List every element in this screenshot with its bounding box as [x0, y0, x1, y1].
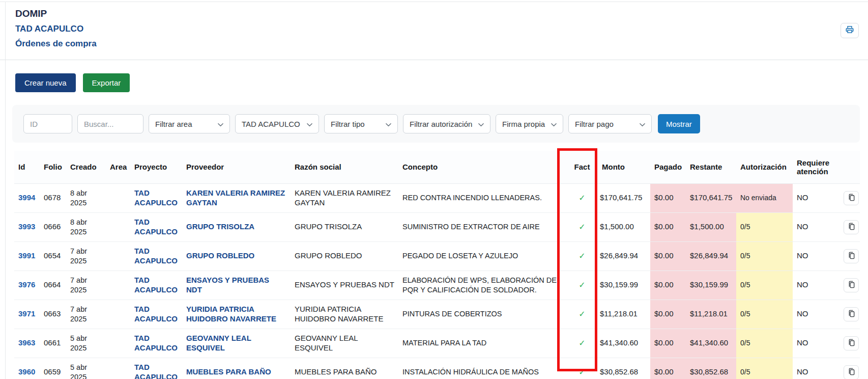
table-row: 3976 0664 7 abr 2025 TAD ACAPULCO ENSAYO…: [14, 270, 860, 300]
copy-icon: [848, 310, 855, 319]
column-header-restante: Restante: [686, 151, 736, 183]
chevron-down-icon: [640, 120, 645, 128]
column-header-area: Area: [106, 151, 130, 183]
column-header-proyecto: Proyecto: [130, 151, 182, 183]
table-row: 3991 0654 7 abr 2025 TAD ACAPULCO GRUPO …: [14, 241, 860, 270]
copy-order-button[interactable]: [844, 191, 859, 205]
column-header-concepto: Concepto: [398, 151, 566, 183]
column-header-creado: Creado: [66, 151, 106, 183]
copy-icon: [848, 368, 855, 377]
chevron-down-icon: [386, 120, 391, 128]
concepto-cell: PINTURAS DE COBERTIZOS: [398, 300, 566, 329]
table-header-row: IdFolioCreadoAreaProyectoProveedorRazón …: [14, 151, 860, 183]
order-id-link[interactable]: 3971: [18, 309, 35, 318]
folio-cell: 0666: [40, 212, 66, 241]
order-id-link[interactable]: 3963: [18, 338, 35, 347]
pagado-cell: $0.00: [650, 212, 686, 241]
copy-order-button[interactable]: [844, 336, 859, 350]
app-title: DOMIP: [15, 7, 868, 20]
own-signature-select[interactable]: Firma propia: [496, 114, 563, 133]
order-id-link[interactable]: 3960: [18, 367, 35, 376]
proveedor-link[interactable]: KAREN VALERIA RAMIREZ GAYTAN: [186, 188, 285, 207]
copy-order-button[interactable]: [844, 307, 859, 321]
copy-icon: [848, 223, 855, 232]
column-header-pagado: Pagado: [650, 151, 686, 183]
proyecto-link[interactable]: TAD ACAPULCO: [134, 305, 178, 323]
requiere-atencion-cell: NO: [793, 212, 840, 241]
monto-cell: $170,641.75: [598, 183, 650, 212]
pagado-cell: $0.00: [650, 241, 686, 270]
page-title: Órdenes de compra: [15, 37, 868, 50]
concepto-cell: RED CONTRA INCENDIO LLENADERAS.: [398, 183, 566, 212]
column-header-monto: Monto: [598, 151, 650, 183]
show-button[interactable]: Mostrar: [658, 114, 700, 133]
restante-cell: $30,852.68: [686, 358, 736, 379]
proyecto-link[interactable]: TAD ACAPULCO: [134, 247, 178, 265]
proveedor-link[interactable]: ENSAYOS Y PRUEBAS NDT: [186, 276, 269, 294]
monto-cell: $30,159.99: [598, 270, 650, 300]
creado-cell: 8 abr 2025: [66, 183, 106, 212]
proyecto-link[interactable]: TAD ACAPULCO: [134, 276, 178, 294]
proveedor-link[interactable]: MUEBLES PARA BAÑO: [186, 367, 271, 376]
column-header-id: Id: [14, 151, 40, 183]
copy-order-button[interactable]: [844, 249, 859, 263]
proveedor-link[interactable]: GRUPO TRISOLZA: [186, 222, 254, 231]
area-cell: [106, 183, 130, 212]
copy-order-button[interactable]: [844, 220, 859, 234]
fact-check-icon: ✓: [578, 223, 585, 231]
proveedor-link[interactable]: GRUPO ROBLEDO: [186, 251, 254, 260]
id-filter-input[interactable]: [23, 114, 72, 133]
site-title-link[interactable]: TAD ACAPULCO: [15, 22, 868, 36]
pagado-cell: $0.00: [650, 270, 686, 300]
pagado-cell: $0.00: [650, 300, 686, 329]
filter-bar: Filtrar area TAD ACAPULCO Filtrar tipo F…: [12, 105, 860, 143]
proveedor-link[interactable]: YURIDIA PATRICIA HUIDOBRO NAVARRETE: [186, 305, 276, 323]
search-input[interactable]: [77, 114, 143, 133]
copy-order-button[interactable]: [844, 278, 859, 292]
requiere-atencion-cell: NO: [793, 183, 840, 212]
copy-icon: [848, 194, 855, 203]
autorizacion-cell: 0/5: [736, 270, 793, 300]
area-cell: [106, 329, 130, 358]
restante-cell: $1,500.00: [686, 212, 736, 241]
order-id-link[interactable]: 3994: [18, 193, 35, 202]
order-id-link[interactable]: 3976: [18, 280, 35, 289]
folio-cell: 0664: [40, 270, 66, 300]
column-header-fact: Fact: [566, 151, 598, 183]
chevron-down-icon: [551, 120, 557, 128]
order-id-link[interactable]: 3993: [18, 222, 35, 231]
area-cell: [106, 300, 130, 329]
column-header-copy: [840, 151, 860, 183]
folio-cell: 0663: [40, 300, 66, 329]
folio-cell: 0654: [40, 241, 66, 270]
left-divider: [5, 2, 6, 379]
filter-area-select[interactable]: Filtrar area: [149, 114, 230, 133]
concepto-cell: MATERIAL PARA LA TAD: [398, 329, 566, 358]
razon-social-cell: YURIDIA PATRICIA HUIDOBRO NAVARRETE: [291, 300, 398, 329]
area-cell: [106, 241, 130, 270]
autorizacion-cell: 0/5: [736, 300, 793, 329]
fact-check-icon: ✓: [578, 368, 585, 376]
order-id-link[interactable]: 3991: [18, 251, 35, 260]
proveedor-link[interactable]: GEOVANNY LEAL ESQUIVEL: [186, 334, 251, 352]
filter-payment-select[interactable]: Filtrar pago: [568, 114, 652, 133]
page-header: DOMIP TAD ACAPULCO Órdenes de compra: [0, 0, 868, 60]
chevron-down-icon: [307, 120, 312, 128]
export-button[interactable]: Exportar: [83, 73, 130, 92]
proyecto-link[interactable]: TAD ACAPULCO: [134, 334, 178, 352]
copy-order-button[interactable]: [844, 365, 859, 379]
proyecto-link[interactable]: TAD ACAPULCO: [134, 188, 178, 207]
creado-cell: 7 abr 2025: [66, 300, 106, 329]
project-select[interactable]: TAD ACAPULCO: [235, 114, 319, 133]
filter-type-select[interactable]: Filtrar tipo: [324, 114, 398, 133]
table-row: 3993 0666 8 abr 2025 TAD ACAPULCO GRUPO …: [14, 212, 860, 241]
proyecto-link[interactable]: TAD ACAPULCO: [134, 218, 178, 236]
print-button[interactable]: [841, 23, 859, 38]
monto-cell: $26,849.94: [598, 241, 650, 270]
create-new-button[interactable]: Crear nueva: [15, 73, 76, 92]
proyecto-link[interactable]: TAD ACAPULCO: [134, 363, 178, 379]
filter-authorization-select[interactable]: Filtrar autorización: [403, 114, 490, 133]
creado-cell: 5 abr 2025: [66, 358, 106, 379]
area-cell: [106, 358, 130, 379]
razon-social-cell: ENSAYOS Y PRUEBAS NDT: [291, 270, 398, 300]
